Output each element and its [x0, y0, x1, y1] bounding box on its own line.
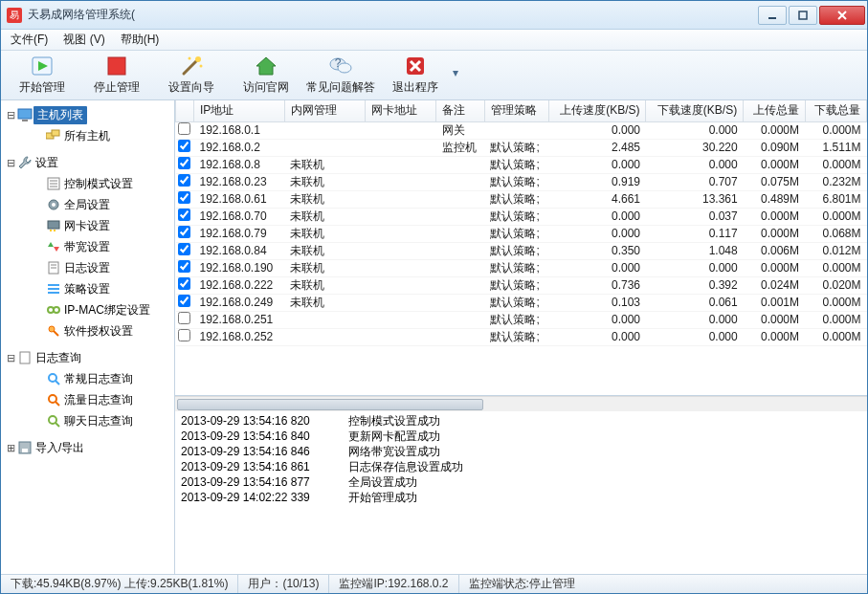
- row-checkbox[interactable]: [176, 328, 194, 345]
- tree-logquery-normal[interactable]: 常规日志查询: [3, 368, 172, 389]
- table-row[interactable]: 192.168.0.252默认策略;0.0000.0000.000M0.000M: [176, 328, 867, 345]
- row-checkbox[interactable]: [176, 311, 194, 328]
- cell-policy: 默认策略;: [484, 328, 548, 345]
- col-note[interactable]: 备注: [436, 100, 485, 121]
- cell-mac: [366, 121, 436, 139]
- row-checkbox[interactable]: [176, 156, 194, 173]
- scrollbar-thumb[interactable]: [177, 399, 483, 410]
- log-row: 2013-09-29 13:54:16 877全局设置成功: [181, 474, 861, 490]
- tree-logquery-traffic[interactable]: 流量日志查询: [3, 389, 172, 410]
- wizard-button[interactable]: 设置向导: [154, 52, 229, 99]
- faq-button[interactable]: ? 常见问题解答: [303, 52, 378, 99]
- cell-ip: 192.168.0.251: [193, 311, 284, 328]
- tree-license[interactable]: 软件授权设置: [3, 320, 172, 341]
- table-row[interactable]: 192.168.0.8未联机默认策略;0.0000.0000.000M0.000…: [176, 156, 867, 173]
- row-checkbox[interactable]: [176, 121, 194, 139]
- close-button[interactable]: [819, 6, 865, 25]
- cell-downspeed: 13.361: [646, 190, 744, 208]
- tree-logquery-normal-label: 常规日志查询: [62, 371, 133, 387]
- table-row[interactable]: 192.168.0.61未联机默认策略;4.66113.3610.489M6.8…: [176, 190, 867, 208]
- table-row[interactable]: 192.168.0.70未联机默认策略;0.0000.0370.000M0.00…: [176, 208, 867, 225]
- table-row[interactable]: 192.168.0.249未联机默认策略;0.1030.0610.001M0.0…: [176, 294, 867, 311]
- tree-bandwidth[interactable]: 带宽设置: [3, 236, 172, 257]
- cell-policy: 默认策略;: [484, 190, 548, 208]
- col-downspeed[interactable]: 下载速度(KB/S): [646, 100, 744, 121]
- tree-ipmac[interactable]: IP-MAC绑定设置: [3, 299, 172, 320]
- table-row[interactable]: 192.168.0.251默认策略;0.0000.0000.000M0.000M: [176, 311, 867, 328]
- row-checkbox[interactable]: [176, 276, 194, 294]
- row-checkbox[interactable]: [176, 173, 194, 190]
- table-row[interactable]: 192.168.0.190未联机默认策略;0.0000.0000.000M0.0…: [176, 259, 867, 276]
- cell-lan: 未联机: [284, 190, 365, 208]
- menu-help[interactable]: 帮助(H): [121, 32, 160, 48]
- col-checkbox[interactable]: [176, 100, 194, 121]
- row-checkbox[interactable]: [176, 139, 194, 156]
- col-ip[interactable]: IP地址: [193, 100, 284, 121]
- cell-upspeed: 2.485: [548, 139, 646, 156]
- tree-logquery[interactable]: ⊟ 日志查询: [3, 347, 172, 368]
- tree-settings[interactable]: ⊟ 设置: [3, 152, 172, 173]
- table-row[interactable]: 192.168.0.23未联机默认策略;0.9190.7070.075M0.23…: [176, 173, 867, 190]
- tree-hosts-label: 主机列表: [33, 106, 87, 124]
- collapse-icon[interactable]: ⊟: [5, 109, 16, 121]
- log-ts: 2013-09-29 13:54:16 840: [181, 429, 310, 444]
- row-checkbox[interactable]: [176, 259, 194, 276]
- stop-manage-button[interactable]: 停止管理: [79, 52, 154, 99]
- row-checkbox[interactable]: [176, 225, 194, 242]
- svg-point-42: [49, 395, 56, 403]
- table-row[interactable]: 192.168.0.84未联机默认策略;0.3501.0480.006M0.01…: [176, 242, 867, 259]
- collapse-icon[interactable]: ⊟: [5, 352, 16, 364]
- cell-downtotal: 0.000M: [805, 259, 866, 276]
- collapse-icon[interactable]: ⊟: [5, 157, 16, 169]
- svg-rect-17: [22, 120, 28, 121]
- horizontal-scrollbar[interactable]: [175, 396, 867, 411]
- toolbar-dropdown-icon[interactable]: ▾: [453, 66, 460, 85]
- cell-uptotal: 0.000M: [744, 208, 805, 225]
- table-row[interactable]: 192.168.0.1网关0.0000.0000.000M0.000M: [176, 121, 867, 139]
- minimize-button[interactable]: [758, 6, 787, 25]
- row-checkbox[interactable]: [176, 208, 194, 225]
- tree-policy[interactable]: 策略设置: [3, 278, 172, 299]
- menu-view[interactable]: 视图 (V): [63, 32, 104, 48]
- tree-logquery-chat-label: 聊天日志查询: [62, 413, 133, 429]
- maximize-button[interactable]: [789, 6, 817, 25]
- tree-global[interactable]: 全局设置: [3, 194, 172, 215]
- table-header-row: IP地址 内网管理 网卡地址 备注 管理策略 上传速度(KB/S) 下载速度(K…: [176, 100, 867, 121]
- col-uptotal[interactable]: 上传总量: [744, 100, 805, 121]
- row-checkbox[interactable]: [176, 294, 194, 311]
- tree-all-hosts[interactable]: 所有主机: [3, 125, 172, 146]
- col-mac[interactable]: 网卡地址: [366, 100, 436, 121]
- tree-ctrlmode[interactable]: 控制模式设置: [3, 173, 172, 194]
- row-checkbox[interactable]: [176, 242, 194, 259]
- table-row[interactable]: 192.168.0.222未联机默认策略;0.7360.3920.024M0.0…: [176, 276, 867, 294]
- table-row[interactable]: 192.168.0.79未联机默认策略;0.0000.1170.000M0.06…: [176, 225, 867, 242]
- col-policy[interactable]: 管理策略: [484, 100, 548, 121]
- row-checkbox[interactable]: [176, 190, 194, 208]
- col-upspeed[interactable]: 上传速度(KB/S): [548, 100, 646, 121]
- tree-log[interactable]: 日志设置: [3, 257, 172, 278]
- col-lan[interactable]: 内网管理: [284, 100, 365, 121]
- website-button[interactable]: 访问官网: [229, 52, 303, 99]
- cell-upspeed: 0.000: [548, 311, 646, 328]
- tree-hosts[interactable]: ⊟ 主机列表: [3, 104, 172, 125]
- exit-button[interactable]: 退出程序: [378, 52, 453, 99]
- svg-line-6: [184, 60, 197, 74]
- tree-importexport[interactable]: ⊞ 导入/导出: [3, 437, 172, 458]
- table-body: 192.168.0.1网关0.0000.0000.000M0.000M192.1…: [176, 121, 867, 345]
- expand-icon[interactable]: ⊞: [5, 442, 16, 454]
- menu-file[interactable]: 文件(F): [11, 32, 48, 48]
- cell-lan: 未联机: [284, 156, 365, 173]
- tree-logquery-chat[interactable]: 聊天日志查询: [3, 410, 172, 431]
- tree-nic[interactable]: 网卡设置: [3, 215, 172, 236]
- table-row[interactable]: 192.168.0.2监控机默认策略;2.48530.2200.090M1.51…: [176, 139, 867, 156]
- start-manage-button[interactable]: 开始管理: [5, 52, 79, 99]
- cell-mac: [366, 259, 436, 276]
- cell-downspeed: 0.000: [646, 156, 744, 173]
- cell-upspeed: 4.661: [548, 190, 646, 208]
- cell-mac: [366, 173, 436, 190]
- col-downtotal[interactable]: 下载总量: [805, 100, 866, 121]
- svg-rect-16: [18, 109, 32, 119]
- cell-downtotal: 0.000M: [805, 328, 866, 345]
- cell-policy: [484, 121, 548, 139]
- list-icon: [45, 177, 62, 190]
